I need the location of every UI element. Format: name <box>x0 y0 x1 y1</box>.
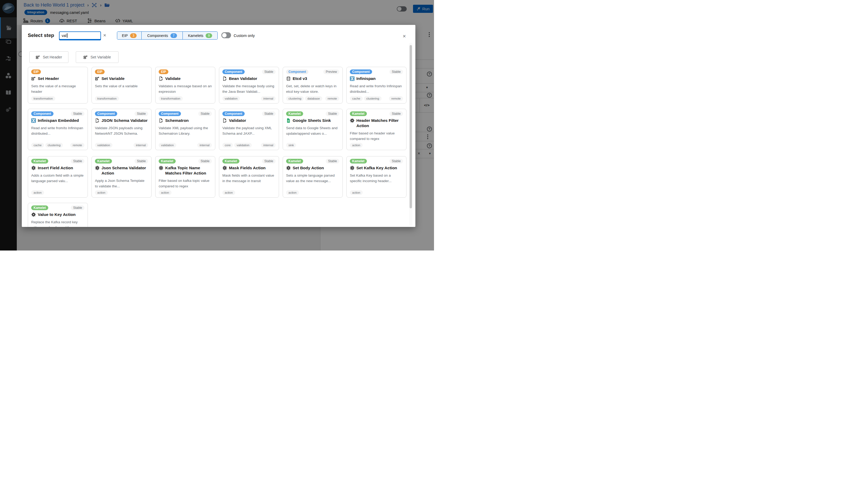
card-title-row: Infinispan <box>350 76 403 81</box>
card-labels: action <box>350 143 403 148</box>
step-card[interactable]: KameletStableValue to Key ActionReplace … <box>28 203 88 227</box>
step-card[interactable]: ComponentStableBean ValidatorValidate th… <box>219 67 279 104</box>
card-description: Validate the payload using XML Schema an… <box>222 125 275 136</box>
step-card[interactable]: ComponentStableInfinispan EmbeddedRead a… <box>28 109 88 150</box>
gear-icon <box>159 166 163 170</box>
card-title-row: Set Kafka Key Action <box>350 166 403 171</box>
doc-check-icon <box>159 76 163 81</box>
step-card[interactable]: ComponentStableInfinispanRead and write … <box>346 67 407 104</box>
card-description: Validate JSON payloads using NetworkNT J… <box>95 125 148 136</box>
sheets-icon <box>286 118 291 123</box>
card-header: KameletStable <box>286 159 339 163</box>
step-card[interactable]: ComponentPreviewEtcd v3Get, set, delete … <box>283 67 343 104</box>
card-header: ComponentStable <box>31 111 84 116</box>
card-title-row: Infinispan Embedded <box>31 118 84 123</box>
card-title-row: Validator <box>222 118 275 123</box>
set-header-button[interactable]: Set Header <box>29 51 69 63</box>
step-card[interactable]: KameletStableInsert Field ActionAdds a c… <box>28 156 88 198</box>
step-card[interactable]: KameletStableKafka Topic Name Matches Fi… <box>155 156 215 198</box>
step-card[interactable]: EIPSet VariableSets the value of a varia… <box>92 67 151 104</box>
step-card[interactable]: EIPSet HeaderSets the value of a message… <box>28 67 88 104</box>
set-header-icon <box>36 55 40 60</box>
card-type-badge: Kamelet <box>95 159 112 163</box>
filter-components[interactable]: Components7 <box>142 32 182 39</box>
card-title-row: Set Variable <box>95 76 148 81</box>
step-card[interactable]: KameletStableSet Kafka Key ActionSet Kaf… <box>346 156 407 198</box>
card-type-badge: Kamelet <box>31 205 48 210</box>
card-title: Json Schema Validator Action <box>102 166 148 176</box>
custom-only-toggle[interactable] <box>221 32 231 38</box>
card-header: ComponentStable <box>350 70 403 74</box>
search-input[interactable] <box>59 31 101 40</box>
card-description: Apply a Json Schema Template to validate… <box>95 178 148 189</box>
card-title-row: Header Matches Filter Action <box>350 118 403 128</box>
card-title: Mask Fields Action <box>229 166 266 171</box>
card-type-badge: Kamelet <box>222 159 239 163</box>
step-card[interactable]: ComponentStableJSON Schema ValidatorVali… <box>92 109 151 150</box>
card-title: Header Matches Filter Action <box>356 118 403 128</box>
card-title-row: Etcd v3 <box>286 76 339 81</box>
card-labels: action <box>286 190 339 195</box>
support-level-badge: Stable <box>262 111 275 116</box>
support-level-badge: Stable <box>262 159 275 163</box>
card-title-row: Validate <box>159 76 212 81</box>
step-card[interactable]: KameletStableHeader Matches Filter Actio… <box>346 109 407 150</box>
support-level-badge: Stable <box>262 70 275 74</box>
infinispan-icon <box>350 76 355 81</box>
custom-only-label: Custom only <box>234 33 255 38</box>
scrollbar-thumb[interactable] <box>410 45 412 208</box>
card-title-row: Set Header <box>31 76 84 81</box>
card-description: Sets the value of a variable <box>95 83 148 89</box>
card-labels: transformation <box>95 96 148 101</box>
set-variable-button[interactable]: Set Variable <box>76 51 118 63</box>
step-card[interactable]: KameletStableSet Body ActionSets a simpl… <box>283 156 343 198</box>
set-header-icon <box>31 76 36 81</box>
card-title: JSON Schema Validator <box>102 118 148 123</box>
modal-close-button[interactable]: ✕ <box>402 34 406 39</box>
card-type-badge: Kamelet <box>159 159 176 163</box>
card-title: Validator <box>229 118 246 123</box>
gear-icon <box>286 166 291 170</box>
card-title: Kafka Topic Name Matches Filter Action <box>165 166 212 176</box>
card-title: Insert Field Action <box>38 166 73 171</box>
card-title: Set Body Action <box>293 166 324 171</box>
card-title: Google Sheets Sink <box>293 118 331 123</box>
card-labels: validationinternal <box>222 96 275 101</box>
card-label: transformation <box>95 96 119 101</box>
set-header-icon <box>83 55 88 60</box>
doc-check-icon <box>95 118 100 123</box>
support-level-badge: Stable <box>71 111 84 116</box>
step-card[interactable]: EIPValidateValidates a message based on … <box>155 67 215 104</box>
card-label: validation <box>159 143 176 148</box>
doc-check-icon <box>222 118 227 123</box>
card-description: Read and write from/to Infinispan distri… <box>31 125 84 136</box>
step-card[interactable]: KameletStableMask Fields ActionMask fiel… <box>219 156 279 198</box>
filter-kamelets[interactable]: Kamelets9 <box>182 32 217 39</box>
gear-icon <box>95 166 100 170</box>
card-description: Validate the message body using the Java… <box>222 83 275 94</box>
card-labels: validationinternal <box>95 143 148 148</box>
card-header: ComponentStable <box>95 111 148 116</box>
gear-icon <box>31 166 36 170</box>
card-labels: transformation <box>31 96 84 101</box>
filter-count-badge: 7 <box>170 33 177 38</box>
card-title-row: Google Sheets Sink <box>286 118 339 123</box>
card-header: KameletStable <box>286 111 339 116</box>
card-title: Bean Validator <box>229 76 257 81</box>
step-card[interactable]: KameletStableGoogle Sheets SinkSend data… <box>283 109 343 150</box>
filter-eip[interactable]: EIP3 <box>117 32 142 39</box>
card-type-badge: Component <box>286 70 308 74</box>
step-card[interactable]: ComponentStableValidatorValidate the pay… <box>219 109 279 150</box>
step-card[interactable]: KameletStableJson Schema Validator Actio… <box>92 156 151 198</box>
card-labels: cacheclusteringremote <box>350 96 403 101</box>
card-title: Validate <box>165 76 181 81</box>
card-title-row: Bean Validator <box>222 76 275 81</box>
doc-check-icon <box>159 118 163 123</box>
card-description: Filter based on kafka topic value compar… <box>159 178 212 189</box>
card-label: internal <box>134 143 148 148</box>
step-card[interactable]: ComponentStableSchematronValidate XML pa… <box>155 109 215 150</box>
card-labels: cacheclusteringremote <box>31 143 84 148</box>
clear-search-button[interactable]: ✕ <box>103 33 106 38</box>
search-field <box>59 31 101 40</box>
card-label: clustering <box>286 96 304 101</box>
